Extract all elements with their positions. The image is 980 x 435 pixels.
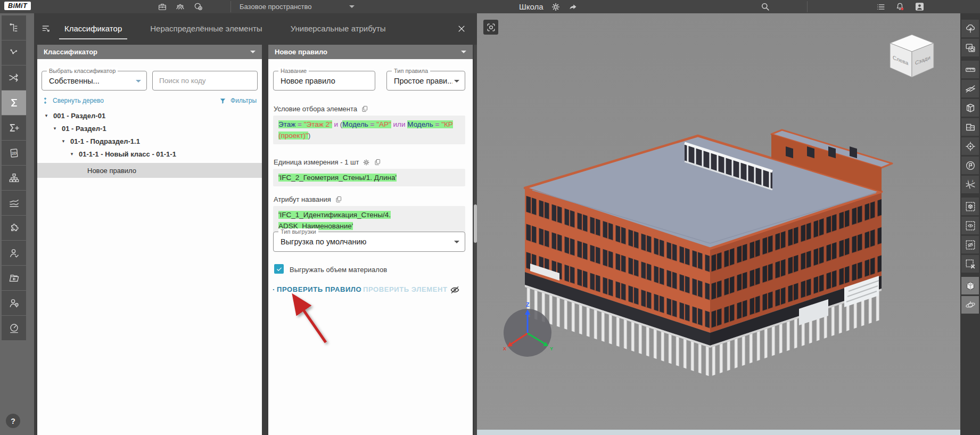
classifier-panel-body: Выбрать классификатор Собственны... Свер… [37,59,262,435]
close-icon[interactable] [457,24,466,34]
tree-item[interactable]: ▾001 - Раздел-01 [37,109,262,122]
orbit-icon[interactable] [961,296,979,314]
rule-panel-title: Новое правило [275,48,327,56]
code-search-input[interactable] [152,71,258,91]
collapse-tree-button[interactable]: Свернуть дерево [42,97,104,104]
tree-item[interactable]: ▾01-1 - Подраздел-1.1 [37,135,262,147]
workspace-select[interactable]: Базовое пространство [240,0,355,13]
copy-icon[interactable] [374,158,382,166]
show-box-icon[interactable] [961,217,979,234]
collapse-panel-icon[interactable] [41,23,52,34]
top-bar-right-icons [876,0,925,13]
focus-target-icon[interactable] [961,137,979,155]
classifier-tree-icon[interactable] [2,15,26,40]
copy-icon[interactable] [361,105,369,113]
section-box-icon[interactable] [961,99,979,117]
user-location-icon[interactable] [2,291,26,315]
building-model[interactable] [509,104,924,402]
share-icon[interactable] [568,2,578,12]
bimit-app: BiMiT Базовое пространство Школа [0,0,980,435]
filters-button[interactable]: Фильтры [219,97,257,104]
bimit-logo[interactable]: BiMiT [4,2,31,10]
top-bar-divider-2 [807,1,808,12]
unit-value: 'IFC_2_Геометрия_Стены/1. Длина' [278,174,397,182]
isolate-box-icon[interactable] [961,198,979,215]
section-plane-icon[interactable] [961,80,979,97]
settings-gear-icon[interactable] [551,2,561,12]
tree-item-label: 01-1 - Подраздел-1.1 [70,137,140,145]
rule-panel-header[interactable]: Новое правило [268,45,473,59]
search-icon[interactable] [760,2,770,12]
tree-expander-icon[interactable]: ▾ [52,126,57,131]
chevron-down-icon [454,241,459,243]
collapse-tree-label: Свернуть дерево [53,97,104,104]
chevron-down-icon [454,80,459,83]
axes-gizmo[interactable]: Z X Y [496,300,559,364]
hide-box-icon[interactable] [961,236,979,253]
tab-unallocated-elements[interactable]: Нераспределённые элементы [149,21,263,36]
unit-section-label: Единица измерения - 1 шт [274,158,382,166]
check-element-button[interactable]: ПРОВЕРИТЬ ЭЛЕМЕНТ [359,285,447,293]
condition-expression[interactable]: Этаж = "Этаж 2" и (Модель = "АР" или Мод… [273,116,465,144]
gear-icon[interactable] [363,159,370,166]
coins-icon[interactable] [193,2,203,12]
rule-panel-body: Название Новое правило Тип правила Прост… [268,59,473,435]
sum-icon[interactable] [2,91,26,115]
classifier-select[interactable]: Выбрать классификатор Собственны... [42,71,147,91]
team-icon[interactable] [175,2,185,12]
classifier-panel-title: Классификатор [44,48,97,56]
capture-area-icon[interactable] [961,39,979,56]
rule-type-select[interactable]: Тип правила Простое прави... [386,71,465,91]
tree-item-label: 01 - Раздел-1 [62,125,106,133]
help-button[interactable]: ? [6,414,20,428]
tree-item-selected[interactable]: Новое правило [37,163,262,178]
rule-name-field[interactable]: Название Новое правило [273,71,375,91]
axis-x-label: X [503,346,506,351]
unit-expression[interactable]: 'IFC_2_Геометрия_Стены/1. Длина' [273,169,465,186]
axis-z-label: Z [526,301,530,308]
environment-tree-icon[interactable] [961,20,979,37]
solid-view-cube-icon[interactable] [961,277,979,294]
copy-icon[interactable] [335,195,343,203]
screenshot-button[interactable] [483,20,498,35]
clear-selection-icon[interactable] [961,255,979,273]
classifier-panel-header[interactable]: Классификатор [37,45,262,59]
condition-segment-attr: Модель [407,120,433,128]
charts-icon[interactable] [2,191,26,215]
notifications-bell-icon[interactable] [895,2,905,12]
dashboard-icon[interactable] [2,316,26,340]
tree-expander-icon[interactable]: ▾ [61,138,66,144]
floor-plan-icon[interactable] [961,118,979,136]
classifier-workspace: Классификатор Нераспределённые элементы … [34,13,477,435]
model-viewport[interactable]: Слева Сзади Z X Y [477,13,960,435]
briefcase-icon[interactable] [158,2,167,12]
tree-expander-icon[interactable]: ▾ [69,151,75,157]
plugins-icon[interactable] [2,216,26,240]
tab-universal-attributes[interactable]: Универсальные атрибуты [290,21,387,36]
shuffle-icon[interactable] [2,65,26,90]
view-cube[interactable]: Слева Сзади [883,31,941,85]
axes-grid-icon[interactable]: 12 [961,176,979,193]
materials-checkbox[interactable] [274,264,284,274]
check-rule-button[interactable]: ПРОВЕРИТЬ ПРАВИЛО [273,285,361,293]
export-type-value: Выгрузка по умолчанию [281,237,366,246]
chevron-down-icon [461,51,466,53]
sheet-2d-icon[interactable]: 2D [2,141,26,165]
folder-export-icon[interactable] [2,266,26,290]
condition-segment-op: = [433,120,441,128]
structure-icon[interactable] [2,166,26,190]
tree-expander-icon[interactable]: ▾ [44,113,49,118]
tree-item[interactable]: ▾01 - Раздел-1 [37,122,262,135]
tab-classifier[interactable]: Классификатор [63,21,123,36]
account-icon[interactable] [914,2,925,12]
tree-item[interactable]: ▾01-1-1 - Новый класс - 01-1-1 [37,147,262,160]
sum-add-icon[interactable] [2,116,26,140]
connections-icon[interactable] [2,40,26,65]
marker-flag-icon[interactable] [961,157,979,174]
toggle-visibility-eye-off-icon[interactable] [449,284,460,296]
user-check-icon[interactable] [2,241,26,265]
menu-list-icon[interactable] [876,2,886,12]
condition-segment-op: = [295,120,303,128]
measure-ruler-icon[interactable] [961,61,979,78]
export-type-select[interactable]: Тип выгрузки Выгрузка по умолчанию [273,232,465,252]
